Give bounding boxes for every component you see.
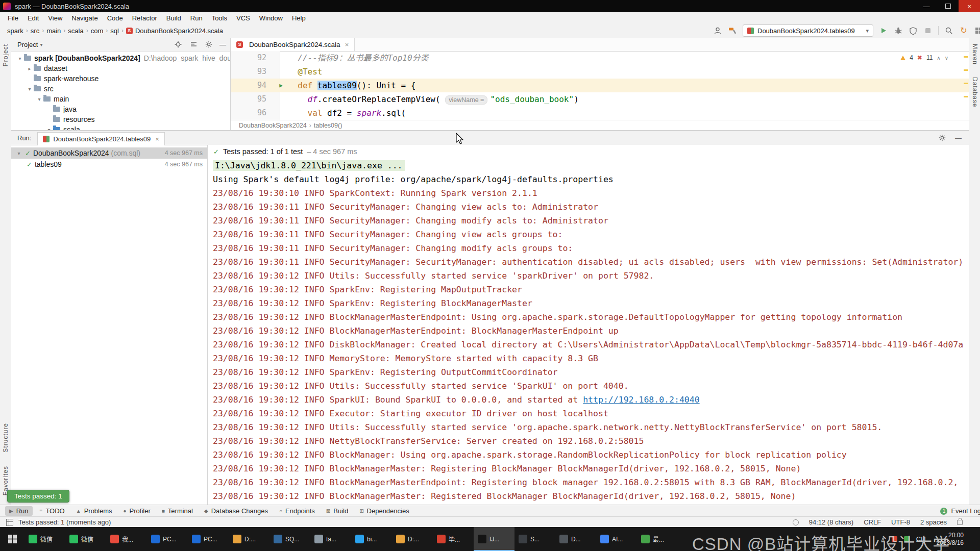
menu-item-help[interactable]: Help — [287, 14, 310, 22]
taskbar-app[interactable]: D:... — [392, 527, 433, 551]
layout-icon[interactable] — [974, 26, 980, 35]
taskbar-app[interactable]: 毕... — [433, 527, 474, 551]
toolwindow-button-endpoints[interactable]: ○Endpoints — [275, 506, 319, 516]
toolwindow-button-problems[interactable]: ▲Problems — [72, 506, 116, 516]
tree-chevron-icon[interactable]: ▾ — [36, 96, 43, 102]
menu-item-file[interactable]: File — [3, 14, 23, 22]
project-tree-item[interactable]: ▾spark [DoubanBookSpark2024]D:\hadoop_sp… — [11, 53, 230, 63]
hide-panel-icon[interactable]: — — [955, 134, 962, 142]
tree-chevron-icon[interactable]: ▾ — [16, 56, 23, 61]
toolwindow-button-build[interactable]: ⊠Build — [322, 506, 352, 516]
maximize-button[interactable] — [937, 0, 959, 12]
tray-expand-icon[interactable]: ∧ — [881, 536, 885, 542]
menu-item-edit[interactable]: Edit — [23, 14, 43, 22]
tree-chevron-icon[interactable]: ▸ — [26, 66, 33, 71]
taskbar-app[interactable]: D:... — [229, 527, 270, 551]
collapse-all-icon[interactable] — [189, 40, 198, 49]
menu-item-window[interactable]: Window — [255, 14, 287, 22]
stop-button[interactable] — [923, 26, 933, 35]
tree-chevron-icon[interactable]: ▾ — [15, 151, 22, 156]
toolwindow-button-terminal[interactable]: ■Terminal — [158, 506, 197, 516]
menu-item-view[interactable]: View — [43, 14, 67, 22]
project-tree-item[interactable]: ▾main — [11, 94, 230, 104]
toolwindow-button-dependencies[interactable]: ⊞Dependencies — [355, 506, 413, 516]
tree-chevron-icon[interactable]: ▾ — [26, 86, 33, 92]
menu-item-tools[interactable]: Tools — [207, 14, 232, 22]
prev-issue-icon[interactable]: ∧ — [937, 55, 940, 61]
taskbar-app[interactable]: S... — [514, 527, 555, 551]
project-tree-item[interactable]: resources — [11, 114, 230, 124]
code-editor[interactable]: 92 //--指标9：丛书最多的Top10分类93 @Test94▶ def t… — [231, 51, 969, 120]
chevron-down-icon[interactable]: ▾ — [40, 42, 42, 47]
run-gutter-icon[interactable]: ▶ — [274, 79, 288, 92]
taskbar-app[interactable]: 微信 — [65, 527, 106, 551]
project-tree-item[interactable]: ▾src — [11, 84, 230, 94]
menu-item-run[interactable]: Run — [186, 14, 207, 22]
taskbar-app[interactable]: SQ... — [270, 527, 310, 551]
taskbar-app[interactable]: 我... — [106, 527, 147, 551]
build-hammer-icon[interactable] — [728, 26, 737, 35]
toolwindow-toggle-icon[interactable] — [6, 519, 13, 526]
hide-panel-icon[interactable]: — — [219, 41, 226, 48]
taskbar-app[interactable]: ta... — [310, 527, 351, 551]
breadcrumb-item[interactable]: sql — [108, 27, 121, 35]
menu-item-vcs[interactable]: VCS — [232, 14, 255, 22]
next-issue-icon[interactable]: ∨ — [945, 55, 948, 61]
menu-item-refactor[interactable]: Refactor — [128, 14, 162, 22]
breadcrumb-item[interactable]: scala — [66, 27, 85, 35]
close-button[interactable]: × — [959, 0, 980, 12]
locate-file-icon[interactable] — [174, 40, 183, 49]
start-button[interactable] — [0, 527, 24, 551]
taskbar-app[interactable]: 最... — [637, 527, 678, 551]
taskbar-app[interactable]: 微信 — [24, 527, 65, 551]
project-tree-item[interactable]: ▸dataset — [11, 63, 230, 73]
test-tree-item[interactable]: ▾✓DoubanBookSpark2024 (com.sql)4 sec 967… — [11, 147, 207, 159]
taskbar-app[interactable]: bi... — [351, 527, 392, 551]
update-project-icon[interactable]: ↻ — [959, 26, 968, 35]
minimize-button[interactable]: — — [916, 0, 937, 12]
user-settings-icon[interactable] — [713, 26, 722, 35]
coverage-button[interactable] — [909, 26, 918, 35]
status-item[interactable]: CRLF — [864, 518, 881, 526]
tray-icon[interactable] — [892, 536, 897, 542]
breadcrumb-item[interactable]: main — [44, 27, 63, 35]
toolstrip-structure[interactable]: Structure — [2, 423, 9, 453]
breadcrumb-item[interactable]: src — [29, 27, 41, 35]
taskbar-app[interactable]: AI... — [596, 527, 637, 551]
status-item[interactable]: 94:12 (8 chars) — [809, 518, 853, 526]
test-tree-item[interactable]: ✓tables094 sec 967 ms — [11, 159, 207, 170]
run-button[interactable] — [879, 26, 888, 35]
toolwindow-button-profiler[interactable]: ●Profiler — [119, 506, 155, 516]
input-language-indicator[interactable]: CH — [916, 535, 926, 543]
run-configuration-select[interactable]: DoubanBookSpark2024.tables09 ▾ — [743, 24, 873, 37]
editor-tab[interactable]: S DoubanBookSpark2024.scala × — [231, 38, 355, 51]
project-tree-item[interactable]: java — [11, 104, 230, 114]
toolstrip-database[interactable]: Database — [971, 77, 978, 107]
status-item[interactable]: 2 spaces — [920, 518, 947, 526]
test-passed-balloon[interactable]: Tests passed: 1 — [7, 490, 69, 503]
taskbar-app[interactable]: IJ... — [474, 527, 514, 551]
toolwindow-button-todo[interactable]: ≡TODO — [36, 506, 69, 516]
spark-ui-link[interactable]: http://192.168.0.2:4040 — [583, 395, 699, 405]
menu-item-build[interactable]: Build — [162, 14, 186, 22]
tab-close-icon[interactable]: × — [155, 135, 159, 143]
background-tasks-icon[interactable] — [793, 519, 799, 525]
menu-item-code[interactable]: Code — [103, 14, 128, 22]
breadcrumb-item[interactable]: com — [89, 27, 106, 35]
editor-breadcrumb-item[interactable]: tables09() — [314, 122, 342, 129]
toolstrip-maven[interactable]: Maven — [971, 44, 978, 65]
toolstrip-project[interactable]: Project — [2, 44, 9, 66]
breadcrumb-file[interactable]: S DoubanBookSpark2024.scala — [124, 27, 225, 35]
tab-close-icon[interactable]: × — [345, 41, 349, 48]
tray-icon[interactable] — [904, 536, 910, 542]
taskbar-app[interactable]: PC... — [147, 527, 188, 551]
project-tree-item[interactable]: ▾scala — [11, 124, 230, 130]
inspection-widget[interactable]: 4 ✖ 11 ∧ ∨ — [898, 54, 951, 62]
taskbar-app[interactable]: D... — [555, 527, 596, 551]
search-everywhere-icon[interactable] — [944, 26, 953, 35]
project-tree-item[interactable]: spark-warehouse — [11, 73, 230, 84]
debug-button[interactable] — [894, 26, 903, 35]
taskbar-clock[interactable]: 20:00 2023/8/16 — [933, 532, 968, 547]
editor-breadcrumb-item[interactable]: DoubanBookSpark2024 — [239, 122, 307, 129]
status-item[interactable]: UTF-8 — [891, 518, 910, 526]
